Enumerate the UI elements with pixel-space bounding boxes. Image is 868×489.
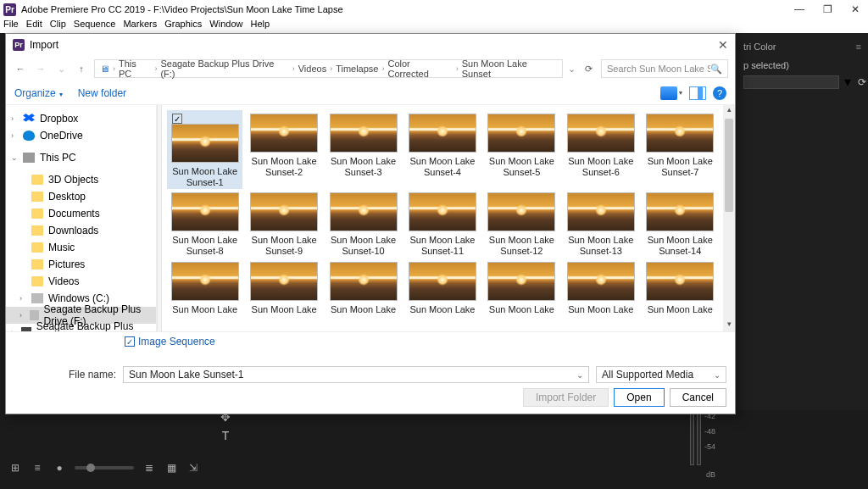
file-tile[interactable]: Sun Moon Lake <box>326 258 401 317</box>
icon-view-icon[interactable]: ≡ <box>31 462 44 474</box>
preview-pane-button[interactable] <box>689 86 706 100</box>
sidebar-item[interactable]: Videos <box>6 273 156 290</box>
menu-file[interactable]: File <box>3 19 19 29</box>
menu-edit[interactable]: Edit <box>26 19 42 29</box>
refresh-button[interactable]: ⟳ <box>581 64 596 75</box>
chevron-down-icon[interactable]: ⌄ <box>714 370 721 380</box>
file-tile[interactable]: Sun Moon Lake Sunset-7 <box>643 110 718 189</box>
menu-markers[interactable]: Markers <box>123 19 157 29</box>
change-view-button[interactable] <box>660 86 677 100</box>
expand-icon[interactable]: › <box>11 131 18 140</box>
sidebar-item[interactable]: Pictures <box>6 256 156 273</box>
menu-help[interactable]: Help <box>251 19 270 29</box>
sidebar-item[interactable]: 3D Objects <box>6 171 156 188</box>
dialog-titlebar[interactable]: Pr Import ✕ <box>6 34 735 56</box>
expand-icon[interactable]: › <box>19 294 26 303</box>
crumb[interactable]: Videos <box>298 64 326 74</box>
file-tile[interactable]: Sun Moon Lake Sunset-8 <box>167 189 242 258</box>
zoom-slider[interactable] <box>75 466 134 470</box>
file-tile[interactable]: Sun Moon Lake Sunset-9 <box>246 189 321 258</box>
file-tile[interactable]: Sun Moon Lake Sunset-6 <box>563 110 638 189</box>
image-sequence-checkbox[interactable]: ✓ Image Sequence <box>125 336 726 347</box>
file-tile[interactable]: Sun Moon Lake <box>484 258 559 317</box>
scroll-down-icon[interactable]: ▾ <box>723 320 735 331</box>
file-tile[interactable]: Sun Moon Lake <box>167 258 242 317</box>
new-folder-button[interactable]: New folder <box>78 87 126 99</box>
crumb[interactable]: This PC <box>119 58 151 79</box>
nav-back-button[interactable]: ← <box>13 64 28 74</box>
expand-icon[interactable]: › <box>11 114 18 123</box>
file-tile[interactable]: Sun Moon Lake Sunset-3 <box>326 110 401 189</box>
minimize-button[interactable]: — <box>794 3 804 15</box>
crumb[interactable]: Timelapse <box>336 64 378 74</box>
file-grid[interactable]: ✓Sun Moon Lake Sunset-1Sun Moon Lake Sun… <box>162 105 723 331</box>
close-window-button[interactable]: ✕ <box>851 3 860 15</box>
file-tile[interactable]: Sun Moon Lake Sunset-14 <box>643 189 718 258</box>
sidebar-item[interactable]: Desktop <box>6 188 156 205</box>
file-tile-label: Sun Moon Lake Sunset-13 <box>565 235 637 256</box>
maximize-button[interactable]: ❐ <box>823 3 832 15</box>
type-tool-icon[interactable]: T <box>222 429 230 442</box>
find-icon[interactable]: ⇲ <box>186 462 200 474</box>
vertical-scrollbar[interactable]: ▴ ▾ <box>723 105 735 331</box>
file-tile[interactable]: Sun Moon Lake <box>404 258 480 317</box>
freeform-view-icon[interactable]: ● <box>53 462 66 474</box>
file-tile[interactable]: Sun Moon Lake <box>643 258 718 317</box>
expand-icon[interactable]: › <box>19 311 25 320</box>
scroll-up-icon[interactable]: ▴ <box>723 105 735 117</box>
chevron-down-icon[interactable]: ▾ <box>679 89 682 97</box>
crumb[interactable]: Sun Moon Lake Sunset <box>462 58 557 79</box>
crumb[interactable]: Seagate Backup Plus Drive (F:) <box>160 58 288 79</box>
file-tile[interactable]: Sun Moon Lake Sunset-12 <box>484 189 559 258</box>
checkbox-icon[interactable]: ✓ <box>172 114 182 124</box>
file-tile[interactable]: Sun Moon Lake Sunset-13 <box>563 189 638 258</box>
import-folder-button[interactable]: Import Folder <box>523 388 609 407</box>
file-tile[interactable]: ✓Sun Moon Lake Sunset-1 <box>167 110 242 189</box>
sidebar-item[interactable]: ›Dropbox <box>6 110 156 127</box>
file-name-input[interactable]: Sun Moon Lake Sunset-1 ⌄ <box>123 366 589 383</box>
expand-icon[interactable]: ⌄ <box>11 153 18 162</box>
menu-clip[interactable]: Clip <box>50 19 66 29</box>
menu-sequence[interactable]: Sequence <box>74 19 116 29</box>
crumb[interactable]: Color Corrected <box>387 58 452 79</box>
panel-tab[interactable]: tri Color ≡ <box>737 33 868 57</box>
cancel-button[interactable]: Cancel <box>670 388 726 407</box>
open-button[interactable]: Open <box>614 388 664 407</box>
nav-recent-dropdown[interactable]: ⌄ <box>53 64 69 75</box>
list-view-icon[interactable]: ⊞ <box>8 462 22 474</box>
crumb-dropdown[interactable]: ⌄ <box>568 64 576 75</box>
panel-dropdown-arrow[interactable]: ▾ <box>844 74 851 90</box>
panel-dropdown[interactable] <box>743 75 839 89</box>
nav-forward-button[interactable]: → <box>33 64 48 74</box>
sidebar-item[interactable]: ›Seagate Backup Plus Drive (F:) <box>6 324 156 331</box>
file-tile[interactable]: Sun Moon Lake Sunset-2 <box>246 110 321 189</box>
auto-match-icon[interactable]: ▦ <box>164 462 178 474</box>
menu-window[interactable]: Window <box>209 19 242 29</box>
sidebar-item[interactable]: Downloads <box>6 222 156 239</box>
file-tile[interactable]: Sun Moon Lake <box>246 258 321 317</box>
file-tile[interactable]: Sun Moon Lake Sunset-10 <box>326 189 401 258</box>
panel-undo-icon[interactable]: ⟳ <box>856 76 868 88</box>
nav-up-button[interactable]: ↑ <box>74 64 89 74</box>
organize-button[interactable]: Organize▾ <box>14 87 63 99</box>
help-button[interactable]: ? <box>713 86 726 100</box>
sort-icon[interactable]: ≣ <box>142 462 156 474</box>
meter-bar-right <box>697 410 701 465</box>
sidebar-item[interactable]: ›OneDrive <box>6 127 156 144</box>
sidebar-item[interactable]: Music <box>6 239 156 256</box>
scroll-thumb[interactable] <box>725 119 733 212</box>
file-type-dropdown[interactable]: All Supported Media ⌄ <box>596 366 726 383</box>
chevron-down-icon[interactable]: ⌄ <box>576 370 583 380</box>
sidebar-item[interactable]: Documents <box>6 205 156 222</box>
file-tile[interactable]: Sun Moon Lake Sunset-4 <box>404 110 480 189</box>
sidebar-item[interactable]: ⌄This PC <box>6 149 156 166</box>
file-tile[interactable]: Sun Moon Lake <box>563 258 638 317</box>
panel-menu-icon[interactable]: ≡ <box>856 42 861 52</box>
file-tile[interactable]: Sun Moon Lake Sunset-5 <box>484 110 559 189</box>
breadcrumb[interactable]: 🖥 › This PC › Seagate Backup Plus Drive … <box>94 59 563 78</box>
menu-graphics[interactable]: Graphics <box>164 19 202 29</box>
search-input[interactable]: Search Sun Moon Lake Sunset 🔍 <box>601 59 728 78</box>
file-tile[interactable]: Sun Moon Lake Sunset-11 <box>404 189 480 258</box>
dialog-close-button[interactable]: ✕ <box>718 38 728 52</box>
app-menubar[interactable]: File Edit Clip Sequence Markers Graphics… <box>0 19 868 33</box>
